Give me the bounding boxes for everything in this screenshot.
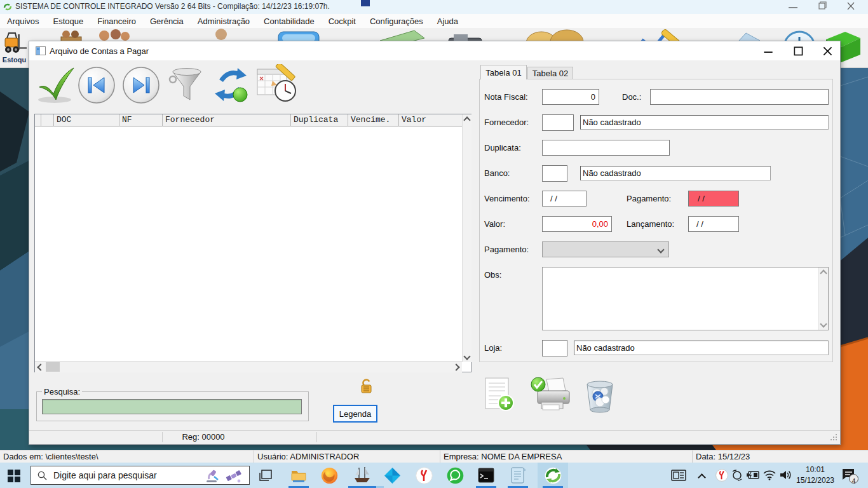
grid-col-marker — [35, 114, 41, 126]
yandex-tray-icon[interactable] — [715, 469, 728, 482]
print-button[interactable] — [530, 377, 572, 414]
loja-code-input[interactable] — [542, 340, 567, 356]
lancamento-input[interactable]: / / — [688, 216, 739, 232]
taskbar-app-cmd[interactable] — [478, 468, 494, 483]
obs-scrollbar[interactable] — [818, 268, 828, 330]
grid-col-duplicata[interactable]: Duplicata — [291, 114, 348, 126]
fornecedor-name: Não cadastrado — [583, 118, 641, 127]
volume-tray-icon[interactable] — [779, 469, 793, 481]
close-button[interactable] — [845, 1, 857, 11]
obs-textarea[interactable] — [542, 267, 829, 330]
taskbar-app-yandex[interactable] — [416, 467, 433, 484]
tray-expand-button[interactable] — [699, 471, 705, 483]
valor-input[interactable]: 0,00 — [542, 216, 612, 232]
news-tray-icon[interactable] — [671, 470, 686, 481]
pagamento-data-input[interactable]: / / — [688, 191, 739, 207]
fornecedor-code-input[interactable] — [542, 114, 574, 131]
duplicata-label: Duplicata: — [484, 143, 521, 152]
main-menubar: Arquivos Estoque Financeiro Gerência Adm… — [0, 14, 868, 29]
new-record-button[interactable] — [482, 377, 517, 414]
menu-financeiro[interactable]: Financeiro — [90, 15, 143, 28]
scroll-right-button[interactable] — [452, 362, 461, 372]
scroll-up-button[interactable] — [463, 116, 471, 125]
menu-ajuda[interactable]: Ajuda — [430, 15, 465, 28]
cast-tray-icon[interactable] — [731, 469, 743, 482]
chevron-down-icon — [657, 246, 664, 253]
nota-fiscal-input[interactable]: 0 — [542, 89, 599, 105]
menu-gerencia[interactable]: Gerência — [143, 15, 191, 28]
menu-cockpit[interactable]: Cockpit — [322, 15, 363, 28]
search-box[interactable]: Digite aqui para pesquisar — [31, 466, 250, 485]
taskbar-app-whatsapp[interactable] — [447, 467, 464, 484]
dialog-minimize-button[interactable] — [759, 45, 778, 58]
scroll-left-button[interactable] — [36, 362, 45, 372]
tab-tabela-01[interactable]: Tabela 01 — [480, 65, 527, 79]
refresh-button[interactable] — [212, 67, 249, 104]
doc-input[interactable] — [650, 89, 829, 105]
menu-configuracoes[interactable]: Configurações — [363, 15, 430, 28]
records-grid[interactable]: DOC NF Fornecedor Duplicata Vencime. Val… — [34, 114, 471, 372]
taskbar-app-kodi[interactable] — [384, 467, 401, 484]
pagamento-tipo-select[interactable] — [542, 241, 669, 257]
confirm-button[interactable] — [36, 64, 78, 105]
wifi-tray-icon[interactable] — [763, 470, 776, 480]
duplicata-input[interactable] — [542, 140, 670, 156]
grid-vscrollbar[interactable] — [462, 114, 471, 362]
first-record-button[interactable] — [77, 65, 116, 105]
schedule-button[interactable] — [256, 64, 299, 104]
dialog-titlebar[interactable]: Arquivo de Contas a Pagar — [29, 41, 840, 60]
task-view-button[interactable] — [259, 470, 272, 482]
taskbar-app-firefox[interactable] — [321, 467, 338, 484]
minimize-button[interactable] — [787, 3, 799, 11]
notification-button[interactable]: 4 — [841, 468, 860, 484]
record-counter: Reg: 00000 — [162, 432, 245, 442]
scroll-up-button[interactable] — [819, 269, 827, 277]
lancamento-value: / / — [696, 219, 703, 229]
menu-arquivos[interactable]: Arquivos — [0, 15, 46, 28]
toolbar-button-estoque[interactable]: Estoqu — [0, 29, 29, 66]
last-record-button[interactable] — [121, 65, 161, 105]
grid-hscrollbar[interactable] — [35, 361, 462, 372]
delete-button[interactable] — [579, 376, 621, 414]
pesquisa-input[interactable] — [42, 399, 302, 414]
taskbar-app-erp[interactable] — [545, 467, 562, 484]
dialog-close-button[interactable] — [818, 45, 837, 58]
start-button[interactable] — [8, 470, 20, 482]
nota-fiscal-value: 0 — [591, 92, 595, 102]
notification-count: 4 — [852, 478, 856, 485]
dialog-icon — [36, 46, 46, 55]
legenda-button[interactable]: Legenda — [333, 405, 377, 423]
resize-grip[interactable] — [830, 433, 838, 442]
satellite-icon — [226, 468, 242, 484]
restore-button[interactable] — [816, 1, 827, 11]
grid-col-fornecedor[interactable]: Fornecedor — [163, 114, 291, 126]
taskbar-app-explorer[interactable] — [290, 468, 307, 483]
banco-code-input[interactable] — [542, 165, 567, 182]
tab-tabela-02[interactable]: Tabela 02 — [527, 67, 573, 79]
scroll-down-button[interactable] — [463, 352, 471, 361]
loja-name: Não cadastrado — [576, 343, 635, 353]
filter-button[interactable] — [168, 64, 205, 105]
dialog-maximize-button[interactable] — [789, 45, 808, 58]
lancamento-label: Lançamento: — [627, 219, 674, 229]
battery-tray-icon[interactable] — [746, 470, 760, 480]
menu-administracao[interactable]: Administração — [191, 15, 257, 28]
grid-col-vencimento[interactable]: Vencime. — [348, 114, 399, 126]
menu-contabilidade[interactable]: Contabilidade — [257, 15, 322, 28]
status-empresa: Empresa: NOME DA EMPRESA — [440, 451, 693, 463]
app-icon — [3, 3, 12, 11]
status-data: Data: 15/12/23 — [693, 451, 868, 463]
tray-clock[interactable]: 10:01 15/12/2023 — [796, 464, 835, 486]
scroll-down-button[interactable] — [819, 320, 827, 328]
taskbar-app-notepad[interactable] — [510, 466, 527, 484]
grid-col-valor[interactable]: Valor — [399, 114, 463, 126]
tab-label: Tabela 01 — [485, 68, 521, 78]
grid-col-flag — [41, 114, 54, 126]
search-placeholder: Digite aqui para pesquisar — [53, 470, 157, 480]
vencimento-input[interactable]: / / — [542, 191, 587, 207]
hscroll-thumb[interactable] — [46, 362, 60, 372]
grid-col-nf[interactable]: NF — [119, 114, 163, 126]
grid-col-doc[interactable]: DOC — [54, 114, 119, 126]
taskbar-app-ship[interactable] — [353, 466, 371, 484]
menu-estoque[interactable]: Estoque — [46, 15, 91, 28]
